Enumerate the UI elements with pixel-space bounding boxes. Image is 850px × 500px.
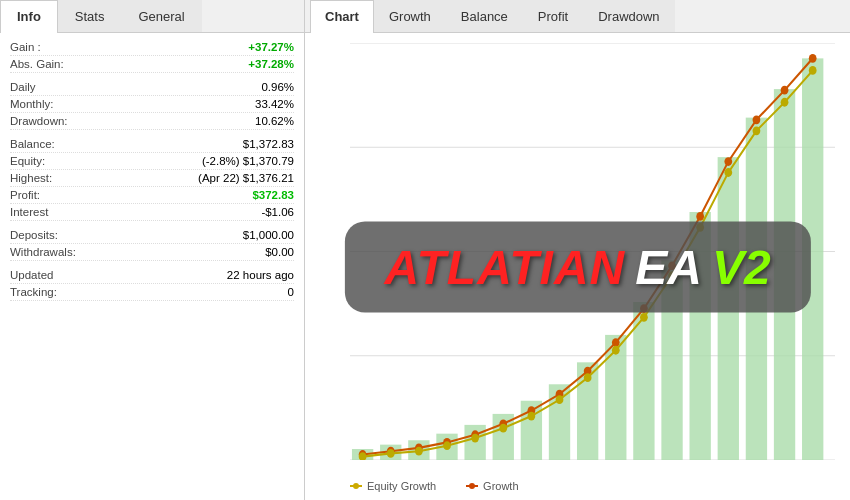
svg-point-45 <box>387 449 395 458</box>
row-abs-gain: Abs. Gain: +37.28% <box>10 56 294 73</box>
label-interest: Interest <box>10 206 48 218</box>
row-highest: Highest: (Apr 22) $1,376.21 <box>10 170 294 187</box>
row-interest: Interest -$1.06 <box>10 204 294 221</box>
overlay-banner: ATLATIAN EA V2 <box>344 221 810 312</box>
svg-point-53 <box>612 346 620 355</box>
equity-growth-icon <box>350 485 362 487</box>
row-updated: Updated 22 hours ago <box>10 267 294 284</box>
label-drawdown: Drawdown: <box>10 115 68 127</box>
label-highest: Highest: <box>10 172 52 184</box>
left-tab-bar: Info Stats General <box>0 0 304 33</box>
growth-icon <box>466 485 478 487</box>
value-deposits: $1,000.00 <box>243 229 294 241</box>
tab-growth[interactable]: Growth <box>374 0 446 32</box>
value-monthly: 33.42% <box>255 98 294 110</box>
svg-point-60 <box>809 66 817 75</box>
label-profit: Profit: <box>10 189 40 201</box>
svg-point-43 <box>809 54 817 63</box>
row-monthly: Monthly: 33.42% <box>10 96 294 113</box>
svg-point-59 <box>781 98 789 107</box>
svg-point-40 <box>724 157 732 166</box>
value-daily: 0.96% <box>261 81 294 93</box>
svg-point-39 <box>696 212 704 221</box>
label-daily: Daily <box>10 81 36 93</box>
svg-point-54 <box>640 313 648 322</box>
banner-atlatian: ATLATIAN <box>384 239 625 294</box>
row-daily: Daily 0.96% <box>10 79 294 96</box>
growth-label: Growth <box>483 480 518 492</box>
svg-point-57 <box>724 168 732 177</box>
value-tracking: 0 <box>288 286 294 298</box>
chart-area: 40% 30% 20% 10% 0% <box>305 33 850 500</box>
banner-ea: EA <box>635 239 702 294</box>
chart-legend: Equity Growth Growth <box>350 480 519 492</box>
value-highest: (Apr 22) $1,376.21 <box>198 172 294 184</box>
label-equity: Equity: <box>10 155 45 167</box>
legend-equity-growth: Equity Growth <box>350 480 436 492</box>
svg-point-51 <box>556 395 564 404</box>
value-gain: +37.27% <box>248 41 294 53</box>
row-equity: Equity: (-2.8%) $1,370.79 <box>10 153 294 170</box>
tab-stats[interactable]: Stats <box>58 0 122 32</box>
right-tab-bar: Chart Growth Balance Profit Drawdown <box>305 0 850 33</box>
svg-point-42 <box>781 86 789 95</box>
value-balance: $1,372.83 <box>243 138 294 150</box>
label-abs-gain: Abs. Gain: <box>10 58 64 70</box>
row-withdrawals: Withdrawals: $0.00 <box>10 244 294 261</box>
legend-growth: Growth <box>466 480 518 492</box>
value-interest: -$1.06 <box>261 206 294 218</box>
value-equity: (-2.8%) $1,370.79 <box>202 155 294 167</box>
right-panel: Chart Growth Balance Profit Drawdown 40%… <box>305 0 850 500</box>
tab-chart[interactable]: Chart <box>310 0 374 33</box>
label-tracking: Tracking: <box>10 286 57 298</box>
row-gain: Gain : +37.27% <box>10 39 294 56</box>
label-updated: Updated <box>10 269 53 281</box>
equity-growth-label: Equity Growth <box>367 480 436 492</box>
tab-info[interactable]: Info <box>0 0 58 33</box>
value-profit: $372.83 <box>252 189 294 201</box>
row-tracking: Tracking: 0 <box>10 284 294 301</box>
svg-point-41 <box>753 115 761 124</box>
banner-v2: V2 <box>712 239 771 294</box>
row-profit: Profit: $372.83 <box>10 187 294 204</box>
value-updated: 22 hours ago <box>227 269 294 281</box>
tab-profit[interactable]: Profit <box>523 0 583 32</box>
row-drawdown: Drawdown: 10.62% <box>10 113 294 130</box>
svg-point-58 <box>753 126 761 135</box>
row-balance: Balance: $1,372.83 <box>10 136 294 153</box>
label-deposits: Deposits: <box>10 229 58 241</box>
svg-point-46 <box>415 447 423 456</box>
svg-point-47 <box>443 441 451 450</box>
label-withdrawals: Withdrawals: <box>10 246 76 258</box>
svg-point-48 <box>471 434 479 443</box>
svg-point-52 <box>584 373 592 382</box>
tab-general[interactable]: General <box>121 0 201 32</box>
svg-point-50 <box>528 412 536 421</box>
tab-balance[interactable]: Balance <box>446 0 523 32</box>
row-deposits: Deposits: $1,000.00 <box>10 227 294 244</box>
label-gain: Gain : <box>10 41 41 53</box>
label-balance: Balance: <box>10 138 55 150</box>
svg-point-49 <box>499 424 507 433</box>
left-panel: Info Stats General Gain : +37.27% Abs. G… <box>0 0 305 500</box>
tab-drawdown[interactable]: Drawdown <box>583 0 674 32</box>
value-abs-gain: +37.28% <box>248 58 294 70</box>
value-drawdown: 10.62% <box>255 115 294 127</box>
info-table: Gain : +37.27% Abs. Gain: +37.28% Daily … <box>0 33 304 500</box>
label-monthly: Monthly: <box>10 98 53 110</box>
value-withdrawals: $0.00 <box>265 246 294 258</box>
